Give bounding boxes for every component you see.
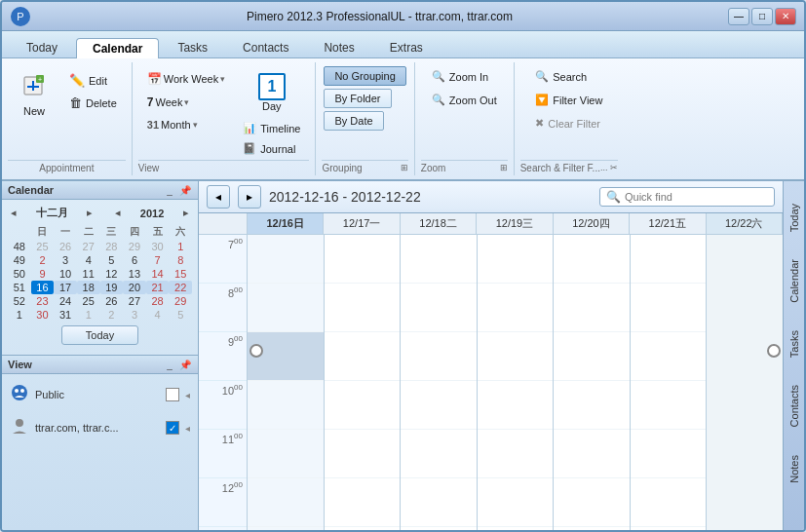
cal-day[interactable]: 4 [146, 308, 170, 322]
right-tab-notes[interactable]: Notes [785, 442, 804, 496]
cal-day[interactable]: 3 [54, 253, 77, 267]
day-slot[interactable] [248, 430, 324, 478]
day-slot[interactable] [554, 478, 630, 527]
cal-day[interactable]: 27 [123, 294, 146, 308]
cal-body[interactable]: 700 800 900 1000 1100 1200 1300 [199, 235, 783, 530]
next-month-btn[interactable]: ▸ [84, 207, 96, 219]
quick-find-box[interactable]: 🔍 [599, 187, 775, 207]
cal-day[interactable]: 30 [146, 240, 170, 253]
month-button[interactable]: 31 Month ▾ [140, 115, 232, 134]
today-button[interactable]: Today [61, 325, 138, 345]
day-slot[interactable] [707, 381, 783, 430]
week-button[interactable]: 7 Week ▾ [140, 92, 232, 113]
right-tab-contacts[interactable]: Contacts [785, 372, 804, 439]
day-slot[interactable] [248, 284, 324, 332]
day-slot[interactable] [248, 478, 324, 527]
by-date-button[interactable]: By Date [324, 111, 383, 131]
cal-day[interactable]: 15 [169, 267, 192, 281]
cal-day[interactable]: 5 [100, 253, 124, 267]
day-slot[interactable] [248, 527, 324, 530]
cal-day[interactable]: 12 [100, 267, 124, 281]
no-grouping-button[interactable]: No Grouping [324, 66, 405, 86]
day-slot[interactable] [631, 235, 707, 284]
day-slot[interactable] [401, 430, 477, 478]
cal-day[interactable]: 22 [169, 281, 192, 294]
day-slot[interactable] [707, 527, 783, 530]
day-slot[interactable] [401, 332, 477, 381]
day-slot[interactable] [554, 332, 630, 381]
ttrar-checkbox[interactable]: ✓ [166, 421, 179, 435]
cal-day[interactable]: 11 [77, 267, 100, 281]
day-slot[interactable] [248, 381, 324, 430]
day-slot[interactable] [325, 478, 401, 527]
day-slot[interactable] [325, 430, 401, 478]
cal-day[interactable]: 25 [31, 240, 55, 253]
cal-day[interactable]: 2 [100, 308, 124, 322]
time-circle-right[interactable] [767, 344, 781, 358]
day-slot[interactable] [248, 235, 324, 284]
cal-day[interactable]: 8 [169, 253, 192, 267]
day-slot[interactable] [325, 235, 401, 284]
day-slot[interactable] [631, 332, 707, 381]
cal-day[interactable]: 13 [123, 267, 146, 281]
cal-day[interactable]: 18 [77, 281, 100, 294]
cal-next-btn[interactable]: ▸ [238, 185, 261, 209]
day-slot[interactable] [707, 430, 783, 478]
day-slot[interactable] [325, 381, 401, 430]
cal-day[interactable]: 10 [54, 267, 77, 281]
timeline-button[interactable]: 📊 Timeline [236, 119, 307, 137]
view-item-ttrar[interactable]: ttrar.com, ttrar.c... ✓ ◂ [8, 413, 192, 442]
calendar-panel-pin[interactable]: 📌 [178, 183, 192, 197]
cal-day[interactable]: 5 [169, 308, 192, 322]
next-year-btn[interactable]: ▸ [180, 207, 192, 219]
cal-day[interactable]: 27 [77, 240, 100, 253]
cal-day[interactable]: 9 [31, 267, 55, 281]
day-slot[interactable] [631, 430, 707, 478]
prev-year-btn[interactable]: ◂ [112, 207, 124, 219]
day-col-sat[interactable] [707, 235, 783, 530]
day-slot[interactable] [401, 235, 477, 284]
cal-day[interactable]: 26 [54, 240, 77, 253]
cal-day[interactable]: 29 [123, 240, 146, 253]
day-slot[interactable] [325, 284, 401, 332]
tab-calendar[interactable]: Calendar [76, 38, 159, 58]
cal-day[interactable]: 20 [123, 281, 146, 294]
public-checkbox[interactable] [166, 388, 179, 401]
tab-today[interactable]: Today [10, 37, 74, 57]
cal-day[interactable]: 2 [31, 253, 55, 267]
cal-day[interactable]: 14 [146, 267, 170, 281]
tab-tasks[interactable]: Tasks [161, 37, 224, 57]
day-col-mon[interactable] [325, 235, 402, 530]
day-slot[interactable] [554, 235, 630, 284]
tab-contacts[interactable]: Contacts [226, 37, 305, 57]
view-panel-minimize[interactable]: _ [163, 358, 176, 371]
cal-day[interactable]: 21 [146, 281, 170, 294]
day-slot[interactable] [707, 235, 783, 284]
cal-prev-btn[interactable]: ◂ [207, 185, 230, 209]
day-slot[interactable] [707, 478, 783, 527]
day-slot[interactable] [401, 478, 477, 527]
day-button[interactable]: 1 Day [236, 68, 307, 117]
day-slot[interactable] [554, 430, 630, 478]
cal-day[interactable]: 16 [31, 281, 55, 294]
cal-day[interactable]: 28 [146, 294, 170, 308]
day-col-sun[interactable] [248, 235, 325, 530]
zoom-in-button[interactable]: 🔍 Zoom In [423, 66, 497, 87]
day-slot[interactable] [478, 430, 554, 478]
maximize-button[interactable]: □ [751, 8, 773, 25]
cal-day[interactable]: 4 [77, 253, 100, 267]
journal-button[interactable]: 📓 Journal [236, 139, 307, 158]
cal-day[interactable]: 29 [169, 294, 192, 308]
right-tab-today[interactable]: Today [785, 191, 804, 245]
cal-day[interactable]: 25 [77, 294, 100, 308]
day-slot[interactable] [554, 381, 630, 430]
zoom-out-button[interactable]: 🔍 Zoom Out [423, 90, 506, 110]
by-folder-button[interactable]: By Folder [324, 89, 391, 108]
day-slot[interactable] [478, 381, 554, 430]
cal-day[interactable]: 26 [100, 294, 124, 308]
day-slot[interactable] [478, 478, 554, 527]
day-slot[interactable] [631, 381, 707, 430]
cal-day[interactable]: 23 [31, 294, 55, 308]
day-slot[interactable] [478, 332, 554, 381]
minimize-button[interactable]: — [728, 8, 749, 25]
